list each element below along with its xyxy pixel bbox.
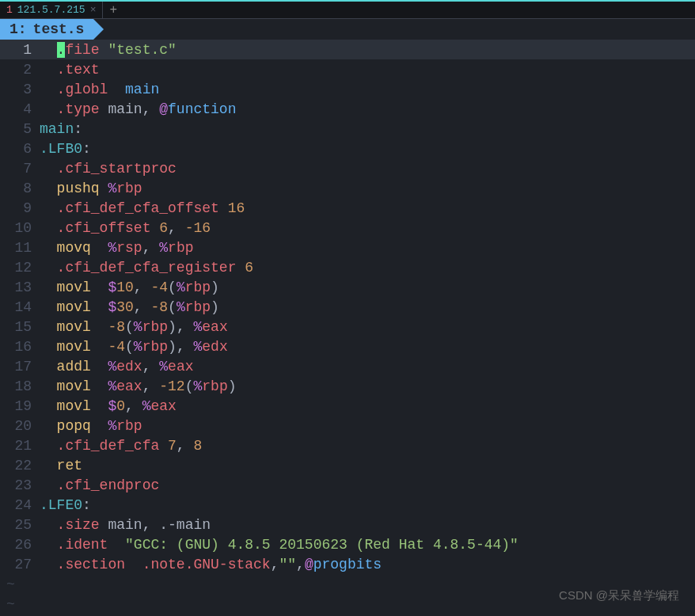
- line-number: 17: [0, 359, 40, 375]
- code-line[interactable]: 13 movl $10, -4(%rbp): [0, 277, 695, 297]
- code-line[interactable]: 18 movl %eax, -12(%rbp): [0, 376, 695, 396]
- line-number: 26: [0, 537, 40, 553]
- line-number: 21: [0, 438, 40, 454]
- code-content[interactable]: .cfi_endproc: [40, 477, 695, 493]
- line-number: 14: [0, 299, 40, 315]
- code-line[interactable]: 9 .cfi_def_cfa_offset 16: [0, 198, 695, 218]
- line-number: 2: [0, 62, 40, 78]
- code-content[interactable]: .text: [40, 62, 695, 78]
- line-number: 9: [0, 200, 40, 216]
- code-content[interactable]: movl -8(%rbp), %eax: [40, 319, 695, 335]
- line-number: 18: [0, 378, 40, 394]
- terminal-tab[interactable]: 1 121.5.7.215 ×: [0, 2, 103, 18]
- code-content[interactable]: addl %edx, %eax: [40, 359, 695, 375]
- code-line[interactable]: 14 movl $30, -8(%rbp): [0, 297, 695, 317]
- code-content[interactable]: .LFE0:: [40, 497, 695, 513]
- code-line[interactable]: 22 ret: [0, 455, 695, 475]
- tab-bar: 1 121.5.7.215 × +: [0, 2, 695, 19]
- line-number: 10: [0, 220, 40, 236]
- line-number: 1: [0, 42, 40, 58]
- code-line[interactable]: 24.LFE0:: [0, 495, 695, 515]
- code-line[interactable]: 12 .cfi_def_cfa_register 6: [0, 257, 695, 277]
- line-number: 5: [0, 121, 40, 137]
- code-line[interactable]: 7 .cfi_startproc: [0, 158, 695, 178]
- code-line[interactable]: 2 .text: [0, 59, 695, 79]
- watermark: CSDN @呆呆兽学编程: [559, 588, 679, 603]
- code-editor[interactable]: 1 .file "test.c"2 .text3 .globl main4 .t…: [0, 40, 695, 614]
- code-line[interactable]: 8 pushq %rbp: [0, 178, 695, 198]
- buffer-line: 1: test.s: [0, 19, 695, 40]
- code-content[interactable]: main:: [40, 121, 695, 137]
- code-line[interactable]: 26 .ident "GCC: (GNU) 4.8.5 20150623 (Re…: [0, 534, 695, 554]
- code-content[interactable]: .cfi_offset 6, -16: [40, 220, 695, 236]
- close-icon[interactable]: ×: [90, 4, 97, 16]
- code-line[interactable]: 23 .cfi_endproc: [0, 475, 695, 495]
- line-number: 15: [0, 319, 40, 335]
- tab-name: 121.5.7.215: [17, 4, 85, 16]
- code-content[interactable]: ret: [40, 458, 695, 473]
- code-line[interactable]: 21 .cfi_def_cfa 7, 8: [0, 435, 695, 455]
- code-line[interactable]: 5main:: [0, 119, 695, 139]
- tab-number: 1: [6, 4, 13, 16]
- line-number: 23: [0, 477, 40, 493]
- line-number: 8: [0, 181, 40, 196]
- code-content[interactable]: .cfi_def_cfa 7, 8: [40, 438, 695, 454]
- line-number: 22: [0, 458, 40, 473]
- add-tab-button[interactable]: +: [103, 3, 123, 17]
- code-line[interactable]: 20 popq %rbp: [0, 416, 695, 435]
- code-line[interactable]: 19 movl $0, %eax: [0, 396, 695, 416]
- line-number: 27: [0, 557, 40, 572]
- code-line[interactable]: 17 addl %edx, %eax: [0, 356, 695, 376]
- code-content[interactable]: movq %rsp, %rbp: [40, 240, 695, 256]
- code-line[interactable]: 27 .section .note.GNU-stack,"",@progbits: [0, 554, 695, 574]
- code-content[interactable]: .section .note.GNU-stack,"",@progbits: [40, 557, 695, 572]
- code-content[interactable]: movl -4(%rbp), %edx: [40, 339, 695, 355]
- line-number: 19: [0, 398, 40, 414]
- code-content[interactable]: pushq %rbp: [40, 181, 695, 196]
- code-content[interactable]: movl $0, %eax: [40, 398, 695, 414]
- code-line[interactable]: 4 .type main, @function: [0, 99, 695, 119]
- code-line[interactable]: 1 .file "test.c": [0, 40, 695, 59]
- code-line[interactable]: 3 .globl main: [0, 79, 695, 99]
- code-content[interactable]: popq %rbp: [40, 418, 695, 434]
- code-content[interactable]: movl %eax, -12(%rbp): [40, 378, 695, 394]
- code-content[interactable]: .ident "GCC: (GNU) 4.8.5 20150623 (Red H…: [40, 537, 695, 553]
- code-content[interactable]: movl $10, -4(%rbp): [40, 279, 695, 295]
- line-number: 16: [0, 339, 40, 355]
- line-number: 25: [0, 517, 40, 533]
- code-line[interactable]: 6.LFB0:: [0, 139, 695, 158]
- line-number: 3: [0, 82, 40, 97]
- line-number: 4: [0, 101, 40, 117]
- line-number: 24: [0, 497, 40, 513]
- code-content[interactable]: .cfi_def_cfa_offset 16: [40, 200, 695, 216]
- code-content[interactable]: .type main, @function: [40, 101, 695, 117]
- code-line[interactable]: 16 movl -4(%rbp), %edx: [0, 337, 695, 356]
- code-content[interactable]: .cfi_def_cfa_register 6: [40, 260, 695, 276]
- buffer-number: 1:: [9, 21, 27, 37]
- line-number: 12: [0, 260, 40, 276]
- line-number: 6: [0, 141, 40, 157]
- code-content[interactable]: .cfi_startproc: [40, 161, 695, 177]
- code-line[interactable]: 25 .size main, .-main: [0, 515, 695, 534]
- code-content[interactable]: .globl main: [40, 82, 695, 97]
- code-content[interactable]: movl $30, -8(%rbp): [40, 299, 695, 315]
- buffer-filename: test.s: [33, 21, 85, 37]
- line-number: 11: [0, 240, 40, 256]
- line-number: 7: [0, 161, 40, 177]
- code-content[interactable]: .size main, .-main: [40, 517, 695, 533]
- buffer-tab[interactable]: 1: test.s: [0, 19, 93, 40]
- line-number: 13: [0, 279, 40, 295]
- code-line[interactable]: 11 movq %rsp, %rbp: [0, 238, 695, 257]
- code-content[interactable]: .LFB0:: [40, 141, 695, 157]
- code-line[interactable]: 10 .cfi_offset 6, -16: [0, 218, 695, 238]
- code-line[interactable]: 15 movl -8(%rbp), %eax: [0, 317, 695, 337]
- code-content[interactable]: .file "test.c": [40, 42, 695, 58]
- line-number: 20: [0, 418, 40, 434]
